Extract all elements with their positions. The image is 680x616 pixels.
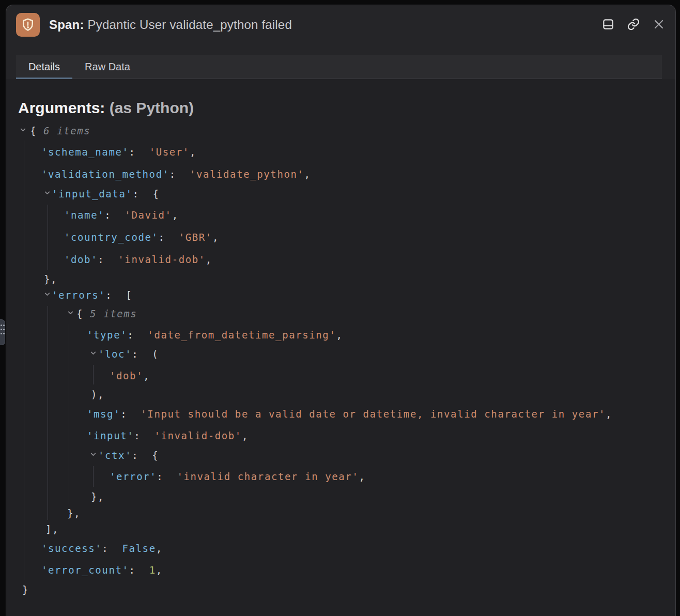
token-key: 'msg' xyxy=(87,408,120,420)
token-key: 'errors' xyxy=(52,289,105,301)
token-punct: : xyxy=(120,408,141,420)
tree-row: 'dob': 'invalid-dob', xyxy=(64,252,212,267)
tree-row: 'ctx': { xyxy=(98,448,159,463)
token-str: 'invalid character in year' xyxy=(177,471,359,482)
tree-row: ], xyxy=(45,522,59,536)
token-key: 'input' xyxy=(87,430,134,441)
token-punct: : xyxy=(127,329,147,341)
token-punct: : { xyxy=(132,450,159,461)
token-key: 'error_count' xyxy=(41,564,129,576)
tree-row: 'error': 'invalid character in year', xyxy=(110,469,366,484)
token-str: 'GBR' xyxy=(179,232,212,243)
token-punct: , xyxy=(304,168,311,180)
chevron-down-icon[interactable] xyxy=(67,310,74,316)
token-str: 'dob' xyxy=(110,370,143,381)
token-key: 'schema_name' xyxy=(41,146,129,158)
chevron-down-icon[interactable] xyxy=(20,127,26,133)
token-punct: , xyxy=(212,232,219,243)
tree-indent-guide xyxy=(24,141,24,580)
token-punct: , xyxy=(143,370,150,381)
token-key: 'error' xyxy=(110,471,157,482)
tree-row: 'type': 'date_from_datetime_parsing', xyxy=(87,328,343,342)
tree-indent-guide xyxy=(93,466,94,487)
chevron-down-icon[interactable] xyxy=(90,451,97,458)
token-key: 'success' xyxy=(41,543,102,554)
token-str: 'Input should be a valid date or datetim… xyxy=(141,408,606,420)
tree-row: 'success': False, xyxy=(41,541,163,556)
tree-row: 'dob', xyxy=(110,368,150,383)
token-key: 'country_code' xyxy=(64,232,159,243)
token-meta: 6 items xyxy=(43,125,90,136)
tree-row: 'country_code': 'GBR', xyxy=(64,230,219,244)
token-punct: : xyxy=(169,168,190,180)
token-punct: : [ xyxy=(105,289,132,301)
token-punct: , xyxy=(172,209,179,221)
token-punct: }, xyxy=(67,507,81,519)
token-punct: : xyxy=(129,146,149,158)
tree-row: 'validation_method': 'validate_python', xyxy=(41,167,311,181)
chevron-down-icon[interactable] xyxy=(44,291,51,298)
token-punct: : ( xyxy=(132,348,159,360)
token-key: 'ctx' xyxy=(98,450,132,461)
tree-row: { 6 items xyxy=(30,124,90,138)
tree-indent-guide xyxy=(69,325,69,504)
tree-row: 'input': 'invalid-dob', xyxy=(87,428,249,443)
token-key: 'input_data' xyxy=(52,188,132,199)
tree-indent-guide xyxy=(93,365,94,384)
token-meta: 5 items xyxy=(90,308,137,319)
tree-row: 'schema_name': 'User', xyxy=(41,145,196,159)
token-punct: : xyxy=(102,543,122,554)
token-punct: , xyxy=(156,543,163,554)
token-punct: : xyxy=(157,471,177,482)
grip-dots-icon xyxy=(1,325,5,337)
token-num: 1 xyxy=(149,564,156,576)
token-punct: }, xyxy=(44,273,57,285)
token-punct: }, xyxy=(91,491,104,502)
token-punct: , xyxy=(190,146,196,158)
token-punct: : xyxy=(129,564,149,576)
token-str: 'invalid-dob' xyxy=(154,430,242,441)
token-str: 'validate_python' xyxy=(190,168,304,180)
token-key: 'name' xyxy=(64,209,104,221)
tree-indent-guide xyxy=(48,306,48,520)
token-punct: { xyxy=(76,308,90,319)
token-bool: False xyxy=(122,543,156,554)
token-key: 'validation_method' xyxy=(41,168,169,180)
tree-row: 'msg': 'Input should be a valid date or … xyxy=(87,407,612,421)
tree-row: 'input_data': { xyxy=(52,187,160,201)
token-str: 'User' xyxy=(149,146,190,158)
token-punct: , xyxy=(336,329,343,341)
tree-row: }, xyxy=(44,272,57,286)
tree-row: }, xyxy=(67,506,81,520)
token-punct: : xyxy=(134,430,154,441)
token-punct: , xyxy=(156,564,163,576)
tree-row: 'error_count': 1, xyxy=(41,563,163,577)
tree-row: { 5 items xyxy=(76,306,137,321)
token-punct: ], xyxy=(45,523,59,535)
token-punct: , xyxy=(242,430,249,441)
token-key: 'loc' xyxy=(98,348,132,360)
token-punct: : xyxy=(159,232,179,243)
tree-row: 'name': 'David', xyxy=(64,208,179,222)
tree-row: 'errors': [ xyxy=(52,288,132,302)
tree: { 6 items'schema_name': 'User','validati… xyxy=(0,0,680,616)
chevron-down-icon[interactable] xyxy=(90,350,97,357)
drag-handle[interactable] xyxy=(0,319,5,345)
token-key: 'type' xyxy=(87,329,127,341)
token-punct: : { xyxy=(132,188,159,199)
chevron-down-icon[interactable] xyxy=(44,190,51,196)
tree-row: }, xyxy=(91,489,104,504)
token-str: 'date_from_datetime_parsing' xyxy=(147,329,336,341)
tree-indent-guide xyxy=(48,205,48,270)
token-punct: , xyxy=(359,471,365,482)
tree-row: 'loc': ( xyxy=(98,347,159,361)
token-punct: , xyxy=(606,408,612,420)
tree-row: ), xyxy=(91,387,104,402)
token-str: 'invalid-dob' xyxy=(118,254,206,265)
token-punct: : xyxy=(104,209,125,221)
token-punct: , xyxy=(206,254,212,265)
token-punct: : xyxy=(98,254,118,265)
token-punct: ), xyxy=(91,389,104,400)
token-punct: } xyxy=(22,584,29,595)
tree-row: } xyxy=(22,582,29,597)
